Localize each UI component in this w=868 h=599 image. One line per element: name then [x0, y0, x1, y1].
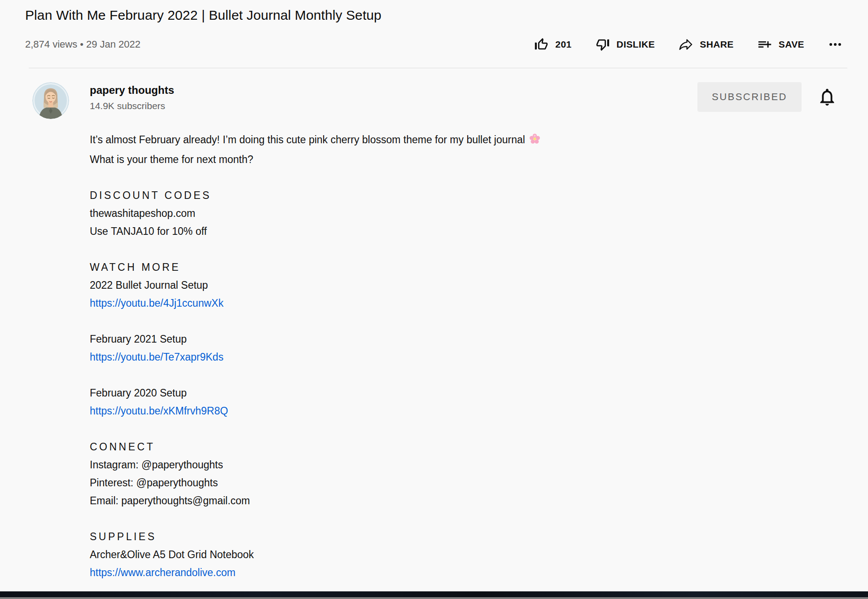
- description-line: February 2020 Setup: [90, 384, 673, 402]
- description-link[interactable]: https://youtu.be/Te7xapr9Kds: [90, 348, 673, 366]
- bottom-gray-strip: [0, 597, 868, 599]
- share-button[interactable]: SHARE: [678, 37, 734, 52]
- bell-icon: [817, 87, 837, 107]
- channel-name[interactable]: papery thoughts: [90, 82, 174, 97]
- description-line: Email: paperythoughts@gmail.com: [90, 492, 673, 510]
- views-and-date: 2,874 views•29 Jan 2022: [25, 39, 140, 50]
- description-line: Use TANJA10 for 10% off: [90, 222, 673, 240]
- description-line: Pinterest: @paperythoughts: [90, 474, 673, 492]
- description-line: February 2021 Setup: [90, 330, 673, 348]
- playlist-add-icon: [757, 37, 772, 52]
- save-button[interactable]: SAVE: [757, 37, 804, 52]
- channel-header: papery thoughts 14.9K subscribers SUBSCR…: [90, 82, 843, 112]
- description-link[interactable]: https://youtu.be/xKMfrvh9R8Q: [90, 402, 673, 420]
- thumbs-down-icon: [595, 37, 610, 52]
- like-count: 201: [555, 39, 571, 50]
- more-actions-button[interactable]: [828, 37, 843, 52]
- more-horiz-icon: [828, 37, 843, 52]
- view-count: 2,874 views: [25, 39, 77, 50]
- watch-page: Plan With Me February 2022 | Bullet Jour…: [0, 0, 868, 599]
- section-heading: DISCOUNT CODES: [90, 186, 673, 204]
- blank-line: [90, 312, 673, 330]
- save-label: SAVE: [779, 39, 804, 50]
- meta-separator: •: [80, 39, 83, 50]
- description-line: Archer&Olive A5 Dot Grid Notebook: [90, 546, 673, 564]
- subscriber-count: 14.9K subscribers: [90, 101, 174, 111]
- like-button[interactable]: 201: [534, 37, 571, 52]
- channel-section: papery thoughts 14.9K subscribers SUBSCR…: [25, 68, 843, 581]
- description-section: SUPPLIESArcher&Olive A5 Dot Grid Noteboo…: [90, 528, 673, 581]
- share-label: SHARE: [700, 39, 734, 50]
- action-bar: 201 DISLIKE SHARE: [534, 37, 843, 52]
- subscribed-button[interactable]: SUBSCRIBED: [697, 82, 802, 112]
- upload-date: 29 Jan 2022: [86, 39, 140, 50]
- share-arrow-icon: [678, 37, 693, 52]
- description-link[interactable]: https://www.archerandolive.com: [90, 564, 673, 581]
- section-heading: WATCH MORE: [90, 258, 673, 276]
- description-line: It’s almost February already! I’m doing …: [90, 131, 673, 150]
- description-section: DISCOUNT CODESthewashitapeshop.comUse TA…: [90, 186, 673, 240]
- description-line: 2022 Bullet Journal Setup: [90, 276, 673, 294]
- description-section: CONNECTInstagram: @paperythoughtsPintere…: [90, 438, 673, 510]
- video-meta-row: 2,874 views•29 Jan 2022 201 DISLIKE: [25, 35, 843, 54]
- next-video-top-edge: [0, 591, 868, 597]
- description-sections: DISCOUNT CODESthewashitapeshop.comUse TA…: [90, 186, 673, 581]
- notification-bell-button[interactable]: [817, 87, 837, 107]
- section-heading: CONNECT: [90, 438, 673, 456]
- description-line: Instagram: @paperythoughts: [90, 456, 673, 474]
- thumbs-up-icon: [534, 37, 549, 52]
- channel-avatar[interactable]: [32, 82, 69, 119]
- section-heading: SUPPLIES: [90, 528, 673, 546]
- description-section: WATCH MORE2022 Bullet Journal Setuphttps…: [90, 258, 673, 420]
- description-line: What is your theme for next month?: [90, 150, 673, 168]
- cherry-blossom-emoji: [529, 132, 541, 150]
- description-line: thewashitapeshop.com: [90, 204, 673, 222]
- dislike-button[interactable]: DISLIKE: [595, 37, 655, 52]
- video-description: It’s almost February already! I’m doing …: [90, 131, 673, 581]
- dislike-label: DISLIKE: [617, 39, 655, 50]
- blank-line: [90, 366, 673, 384]
- description-link[interactable]: https://youtu.be/4Jj1ccunwXk: [90, 294, 673, 312]
- video-title: Plan With Me February 2022 | Bullet Jour…: [25, 0, 843, 23]
